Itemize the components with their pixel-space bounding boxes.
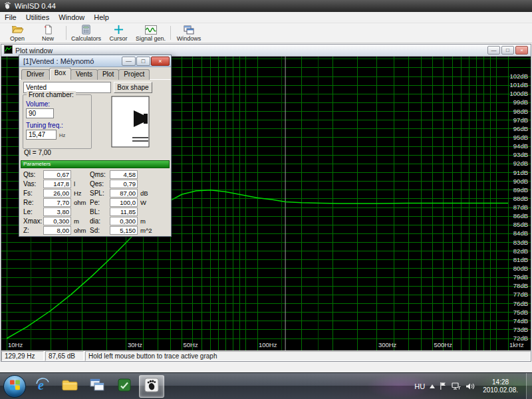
parameter-v2[interactable]: 0,79 <box>110 180 138 188</box>
status-cursor-level: 87,65 dB <box>45 351 84 361</box>
tab-driver[interactable]: Driver <box>21 69 50 80</box>
crosshair-icon <box>114 25 124 35</box>
parameter-row: Vas:147,8lQes:0,79 <box>19 180 171 189</box>
dialog-title: [1]Vented : Mélynomó <box>23 57 94 65</box>
toolbar-separator <box>66 26 66 40</box>
parameter-v1[interactable]: 0,67 <box>43 170 71 179</box>
y-tick-label: 79dB <box>513 273 528 281</box>
toolbar-button-label: Signal gen. <box>136 35 166 42</box>
toolbar-separator <box>170 26 171 40</box>
y-tick-label: 89dB <box>513 186 528 194</box>
y-tick-label: 97dB <box>513 116 528 124</box>
show-desktop-button[interactable] <box>526 373 532 399</box>
dialog-tabs: Driver Box Vents Plot Project <box>19 67 171 80</box>
new-button[interactable]: New <box>33 23 63 43</box>
language-indicator[interactable]: HU <box>414 382 425 390</box>
parameter-v1[interactable]: 3,80 <box>43 207 71 216</box>
front-chamber-group: Front chamber: Volume: Tuning freq.: Hz <box>23 94 92 149</box>
y-tick-label: 73dB <box>513 326 528 333</box>
y-tick-label: 82dB <box>513 247 528 255</box>
taskbar-app-button-2[interactable] <box>112 375 137 398</box>
clock[interactable]: 14:28 2010.02.08. <box>483 378 518 394</box>
y-tick-label: 85dB <box>513 221 528 228</box>
main-titlebar[interactable]: WinISD 0.44 <box>0 0 532 12</box>
parameter-v1[interactable]: 26,00 <box>43 189 71 198</box>
parameter-u2: m <box>140 217 146 225</box>
parameter-v2[interactable]: 5,150 <box>110 226 138 235</box>
cursor-button[interactable]: Cursor <box>103 23 134 43</box>
parameter-l2: dia: <box>90 217 100 225</box>
parameter-row: Xmax:0,300mdia:0,300m <box>19 217 171 226</box>
y-tick-label: 84dB <box>513 229 528 237</box>
box-shape-button[interactable]: Box shape <box>114 82 152 93</box>
y-tick-label: 102dB <box>510 72 528 80</box>
parameter-l1: Qts: <box>23 170 35 179</box>
tab-vents[interactable]: Vents <box>70 69 98 80</box>
parameter-l1: Le: <box>23 207 33 216</box>
menu-window[interactable]: Window <box>54 13 89 22</box>
parameter-v2[interactable]: 100,0 <box>110 198 138 207</box>
taskbar-winisd-button[interactable] <box>139 375 164 398</box>
y-tick-label: 95dB <box>513 134 528 141</box>
windows-flag-icon <box>9 379 21 393</box>
winisd-footprint-icon <box>3 1 11 11</box>
dialog-titlebar[interactable]: [1]Vented : Mélynomó — □ × <box>19 55 171 67</box>
volume-label: Volume: <box>26 100 50 108</box>
taskbar-explorer-button[interactable] <box>57 375 82 398</box>
parameter-v2[interactable]: 87,00 <box>110 189 138 198</box>
volume-input[interactable] <box>26 108 54 118</box>
dialog-maximize-button[interactable]: □ <box>136 57 150 66</box>
tab-project[interactable]: Project <box>118 69 150 80</box>
y-tick-label: 75dB <box>513 309 528 316</box>
x-tick-label: 100Hz <box>259 341 277 348</box>
parameter-l2: SPL: <box>90 189 104 198</box>
open-button[interactable]: Open <box>2 23 33 43</box>
menu-file[interactable]: File <box>0 13 21 22</box>
status-cursor-frequency: 129,29 Hz <box>1 351 44 361</box>
y-tick-label: 83dB <box>513 239 528 246</box>
dialog-close-button[interactable]: × <box>151 57 170 66</box>
box-dialog: [1]Vented : Mélynomó — □ × Driver Box Ve… <box>19 55 172 237</box>
calculators-button[interactable]: Calculators <box>69 23 103 43</box>
y-tick-label: 90dB <box>513 178 528 185</box>
taskbar-app-button-1[interactable] <box>84 375 110 398</box>
toolbar-button-label: Windows <box>177 35 201 42</box>
parameter-row: Re:7,70ohmPe:100,0W <box>19 198 171 207</box>
y-tick-label: 98dB <box>513 108 528 115</box>
volume-icon[interactable] <box>466 382 475 390</box>
parameter-l2: BL: <box>90 207 100 216</box>
y-tick-label: 86dB <box>513 212 528 219</box>
box-shape-diagram <box>111 96 150 148</box>
signal-gen-button[interactable]: Signal gen. <box>134 23 168 43</box>
parameter-v1[interactable]: 147,8 <box>43 180 71 188</box>
start-button[interactable] <box>3 375 26 398</box>
parameter-v2[interactable]: 4,58 <box>110 170 138 179</box>
taskbar-internet-explorer-button[interactable]: e <box>30 375 55 398</box>
network-icon[interactable] <box>452 382 461 390</box>
toolbar-button-label: Cursor <box>110 35 128 42</box>
dialog-minimize-button[interactable]: — <box>122 57 136 66</box>
parameter-v2[interactable]: 11,85 <box>110 207 138 216</box>
menu-help[interactable]: Help <box>89 13 114 22</box>
action-center-flag-icon[interactable] <box>440 382 447 390</box>
parameter-v2[interactable]: 0,300 <box>110 217 138 225</box>
toolbar-button-label: New <box>42 35 54 42</box>
parameter-u1: Hz <box>74 189 82 198</box>
menu-utilities[interactable]: Utilities <box>21 13 54 22</box>
parameter-v1[interactable]: 8,00 <box>43 226 71 235</box>
front-chamber-legend: Front chamber: <box>27 91 76 98</box>
tab-box[interactable]: Box <box>49 68 71 80</box>
hidden-icons-arrow[interactable] <box>430 384 435 388</box>
plot-minimize-button[interactable]: — <box>487 46 500 55</box>
tuning-freq-input[interactable] <box>26 130 57 140</box>
tab-plot[interactable]: Plot <box>97 69 119 80</box>
plot-restore-button[interactable]: □ <box>501 46 514 55</box>
sine-wave-icon <box>145 25 157 35</box>
parameter-l1: Vas: <box>23 180 36 188</box>
app-window-icon <box>90 378 104 394</box>
parameter-v1[interactable]: 7,70 <box>43 198 71 207</box>
plot-close-button[interactable]: × <box>515 46 528 55</box>
windows-button[interactable]: Windows <box>174 23 204 43</box>
y-tick-label: 100dB <box>510 90 528 97</box>
parameter-v1[interactable]: 0,300 <box>43 217 71 225</box>
